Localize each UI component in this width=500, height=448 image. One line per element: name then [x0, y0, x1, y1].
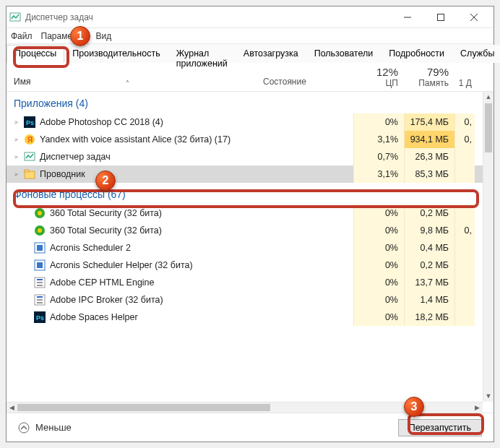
maximize-button[interactable]: [424, 7, 457, 28]
process-row[interactable]: ＞Adobe CEP HTML Engine0%13,7 МБ: [7, 274, 483, 291]
process-extra-cell: 0,: [454, 222, 475, 239]
process-cpu-cell: 0%: [353, 222, 404, 239]
process-row[interactable]: ＞360 Total Security (32 бита)0%9,8 МБ0,: [7, 222, 483, 239]
col-header-name[interactable]: ˄ Имя: [7, 77, 263, 91]
process-name-cell: ＞360 Total Security (32 бита): [7, 225, 263, 236]
process-name-cell: ＞ЯYandex with voice assistant Alice (32 …: [7, 134, 263, 145]
horizontal-scrollbar[interactable]: ◀ ▶: [7, 402, 483, 413]
process-extra-cell: [454, 309, 475, 326]
tab-performance[interactable]: Производительность: [64, 45, 168, 63]
chevron-up-circle-icon: [18, 422, 30, 434]
process-row[interactable]: ＞Acronis Scheduler 20%0,4 МБ: [7, 239, 483, 257]
process-row[interactable]: ＞Диспетчер задач0,7%26,3 МБ: [7, 148, 483, 165]
vscroll-thumb[interactable]: [485, 103, 492, 152]
process-name-label: Acronis Scheduler 2: [50, 243, 131, 253]
svg-point-30: [19, 423, 29, 433]
process-cpu-cell: 0,7%: [353, 148, 404, 165]
process-name-cell: ＞PsAdobe Photoshop CC 2018 (4): [7, 116, 263, 128]
process-row[interactable]: ＞Adobe IPC Broker (32 бита)0%1,4 МБ: [7, 291, 483, 309]
tab-startup[interactable]: Автозагрузка: [236, 45, 306, 63]
process-name-label: Adobe Photoshop CC 2018 (4): [40, 117, 163, 127]
process-memory-cell: 18,2 МБ: [404, 309, 454, 326]
expand-chevron-icon[interactable]: ＞: [11, 170, 21, 179]
svg-rect-25: [37, 296, 43, 298]
process-cpu-cell: 0%: [353, 274, 404, 291]
process-icon: [34, 277, 46, 288]
process-extra-cell: 0,: [454, 131, 475, 148]
process-name-cell: ＞Acronis Scheduler Helper (32 бита): [7, 259, 263, 271]
tab-processes[interactable]: Процессы: [7, 45, 64, 63]
process-memory-cell: 0,4 МБ: [404, 239, 454, 257]
process-row[interactable]: ＞ЯYandex with voice assistant Alice (32 …: [7, 131, 483, 148]
process-list-viewport: Приложения (4)＞PsAdobe Photoshop CC 2018…: [7, 92, 493, 413]
process-row[interactable]: ＞PsAdobe Spaces Helper0%18,2 МБ: [7, 309, 483, 326]
process-row[interactable]: ＞Acronis Scheduler Helper (32 бита)0%0,2…: [7, 257, 483, 274]
col-header-extra[interactable]: 1 Д: [454, 78, 475, 91]
process-cpu-cell: 0%: [353, 239, 404, 257]
process-row[interactable]: ＞PsAdobe Photoshop CC 2018 (4)0%175,4 МБ…: [7, 113, 483, 131]
hscroll-thumb[interactable]: [17, 404, 270, 411]
tab-details[interactable]: Подробности: [381, 45, 452, 63]
tab-app-history[interactable]: Журнал приложений: [168, 45, 236, 63]
svg-rect-27: [37, 302, 43, 303]
process-icon: Ps: [34, 311, 46, 323]
col-header-memory[interactable]: 79% Память: [404, 66, 454, 91]
process-icon: [34, 259, 46, 271]
scroll-down-icon[interactable]: ▼: [483, 391, 493, 402]
process-name-cell: ＞Диспетчер задач: [7, 151, 263, 163]
scroll-up-icon[interactable]: ▲: [483, 92, 493, 103]
process-icon: [34, 225, 46, 236]
process-memory-cell: 934,1 МБ: [404, 131, 454, 148]
process-cpu-cell: 0%: [353, 257, 404, 274]
tab-users[interactable]: Пользователи: [306, 45, 382, 63]
expand-chevron-icon[interactable]: ＞: [11, 152, 21, 162]
process-extra-cell: 0,: [454, 113, 475, 131]
process-memory-cell: 0,2 МБ: [404, 257, 454, 274]
process-name-label: Adobe IPC Broker (32 бита): [50, 295, 163, 305]
svg-rect-17: [37, 245, 43, 251]
menu-view[interactable]: Вид: [95, 31, 111, 41]
process-row[interactable]: ＞Проводник3,1%85,3 МБ: [7, 165, 483, 183]
process-memory-cell: 9,8 МБ: [404, 222, 454, 239]
process-name-cell: ＞Adobe CEP HTML Engine: [7, 277, 263, 288]
svg-text:Я: Я: [27, 136, 33, 144]
process-extra-cell: [454, 257, 475, 274]
process-memory-cell: 0,2 МБ: [404, 204, 454, 222]
svg-rect-19: [37, 262, 43, 268]
expand-chevron-icon[interactable]: ＞: [11, 118, 21, 127]
expand-chevron-icon[interactable]: ＞: [11, 135, 21, 145]
restart-button[interactable]: Перезапустить: [398, 419, 482, 436]
process-name-label: Adobe CEP HTML Engine: [50, 277, 155, 288]
process-name-label: Yandex with voice assistant Alice (32 би…: [40, 134, 230, 145]
process-icon: [24, 151, 35, 163]
group-header-apps[interactable]: Приложения (4): [7, 92, 483, 113]
process-icon: [24, 168, 35, 180]
fewer-details-toggle[interactable]: Меньше: [18, 422, 72, 434]
menu-params[interactable]: Параметры: [41, 31, 87, 41]
svg-point-15: [38, 228, 42, 233]
col-header-state[interactable]: Состояние: [263, 77, 353, 91]
process-icon: Ps: [24, 116, 35, 128]
window-title: Диспетчер задач: [25, 12, 391, 22]
process-icon: [34, 294, 46, 306]
process-name-cell: ＞Adobe IPC Broker (32 бита): [7, 294, 263, 306]
process-extra-cell: [454, 239, 475, 257]
close-button[interactable]: [457, 7, 491, 28]
scroll-right-icon[interactable]: ▶: [472, 404, 483, 411]
process-extra-cell: [454, 204, 475, 222]
titlebar: Диспетчер задач: [7, 7, 493, 28]
vertical-scrollbar[interactable]: ▲ ▼: [483, 92, 493, 402]
col-header-cpu[interactable]: 12% ЦП: [353, 66, 404, 91]
group-header-background[interactable]: Фоновые процессы (67): [7, 183, 483, 204]
process-cpu-cell: 3,1%: [353, 165, 404, 183]
process-row[interactable]: ＞360 Total Security (32 бита)0%0,2 МБ: [7, 204, 483, 222]
scroll-left-icon[interactable]: ◀: [7, 404, 17, 411]
process-memory-cell: 85,3 МБ: [404, 165, 454, 183]
process-name-label: Adobe Spaces Helper: [50, 312, 138, 322]
process-extra-cell: [454, 274, 475, 291]
minimize-button[interactable]: [391, 7, 424, 28]
menu-file[interactable]: Файл: [11, 31, 33, 41]
process-extra-cell: [454, 165, 475, 183]
process-name-cell: ＞Проводник: [7, 168, 263, 180]
tab-services[interactable]: Службы: [452, 45, 500, 63]
